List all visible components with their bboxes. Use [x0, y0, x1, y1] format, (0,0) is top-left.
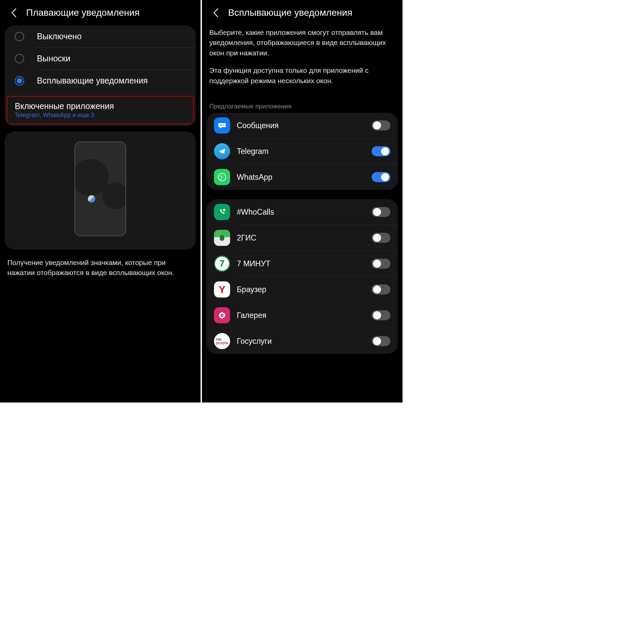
- radio-label: Выноски: [37, 54, 70, 63]
- toggle-2gis[interactable]: [372, 233, 390, 243]
- svg-point-8: [223, 314, 225, 316]
- radio-option-popup[interactable]: Всплывающие уведомления: [5, 70, 196, 92]
- app-row-whatsapp[interactable]: WhatsApp: [207, 164, 398, 190]
- preview-card: [5, 131, 196, 250]
- radio-option-off[interactable]: Выключено: [5, 25, 196, 47]
- app-name: WhatsApp: [237, 173, 365, 182]
- app-name: 2ГИС: [237, 233, 365, 243]
- svg-point-0: [220, 125, 221, 126]
- app-row-browser[interactable]: Y Браузер: [207, 277, 398, 302]
- gosuslugi-icon: госуслуги: [214, 333, 230, 349]
- radio-icon: [15, 54, 24, 63]
- section-suggested: Предлагаемые приложения: [202, 99, 402, 113]
- svg-point-4: [223, 209, 225, 211]
- back-icon: [213, 8, 219, 18]
- toggle-telegram[interactable]: [372, 146, 390, 156]
- app-row-2gis[interactable]: 2ГИС: [207, 225, 398, 251]
- intro-para-2: Эта функция доступна только для приложен…: [209, 65, 395, 86]
- all-apps-card: #WhoCalls 2ГИС 7 7 МИНУТ Y Браузер Галер…: [207, 199, 398, 354]
- screen-floating-notifications: Плавающие уведомления Выключено Выноски …: [0, 0, 201, 402]
- whatsapp-icon: [214, 169, 230, 185]
- toggle-7min[interactable]: [372, 259, 390, 269]
- app-row-whocalls[interactable]: #WhoCalls: [207, 199, 398, 225]
- messages-icon: [214, 117, 230, 133]
- intro-para-1: Выберите, какие приложения смогут отправ…: [209, 28, 395, 58]
- radio-icon: [15, 32, 24, 41]
- back-button[interactable]: [211, 8, 221, 18]
- yandex-icon: Y: [214, 281, 230, 298]
- svg-point-3: [218, 173, 226, 181]
- whocalls-icon: [214, 204, 230, 220]
- enabled-apps-row[interactable]: Включенные приложения Telegram, WhatsApp…: [7, 96, 194, 124]
- app-name: Госуслуги: [237, 337, 365, 346]
- svg-point-12: [223, 316, 225, 318]
- app-name: Сообщения: [237, 121, 365, 130]
- radio-icon-selected: [15, 76, 24, 86]
- app-row-telegram[interactable]: Telegram: [207, 139, 398, 164]
- app-row-gallery[interactable]: Галерея: [207, 303, 398, 328]
- gallery-icon: [214, 307, 230, 323]
- screen-popup-notifications: Всплывающие уведомления Выберите, какие …: [201, 0, 402, 402]
- description-text: Получение уведомлений значками, которые …: [0, 250, 201, 286]
- radio-label: Выключено: [37, 32, 82, 41]
- app-row-gosuslugi[interactable]: госуслуги Госуслуги: [207, 328, 398, 354]
- divider: [5, 94, 196, 94]
- header-left: Плавающие уведомления: [0, 0, 201, 25]
- svg-point-6: [221, 317, 223, 319]
- phone-preview: [74, 142, 126, 236]
- bubble-icon: [88, 195, 95, 203]
- svg-point-5: [221, 312, 223, 314]
- app-name: 7 МИНУТ: [237, 259, 365, 268]
- app-row-messages[interactable]: Сообщения: [207, 113, 398, 138]
- enabled-apps-title: Включенные приложения: [15, 101, 185, 111]
- toggle-browser[interactable]: [372, 284, 390, 294]
- page-title: Всплывающие уведомления: [228, 7, 352, 18]
- app-name: Браузер: [237, 285, 365, 294]
- toggle-gosuslugi[interactable]: [372, 336, 390, 346]
- app-name: Галерея: [237, 311, 365, 320]
- svg-point-2: [223, 125, 224, 126]
- radio-card: Выключено Выноски Всплывающие уведомлени…: [5, 25, 196, 126]
- telegram-icon: [214, 143, 230, 159]
- app-name: Telegram: [237, 147, 365, 156]
- app-name: #WhoCalls: [237, 208, 365, 217]
- app-row-7min[interactable]: 7 7 МИНУТ: [207, 251, 398, 276]
- toggle-whocalls[interactable]: [372, 207, 390, 217]
- header-right: Всплывающие уведомления: [202, 0, 402, 25]
- svg-point-1: [222, 125, 223, 126]
- svg-point-10: [223, 313, 225, 315]
- svg-point-11: [220, 316, 221, 318]
- back-button[interactable]: [9, 8, 19, 18]
- svg-point-7: [219, 314, 221, 316]
- toggle-gallery[interactable]: [372, 310, 390, 320]
- page-title: Плавающие уведомления: [26, 7, 140, 18]
- 7min-icon: 7: [214, 256, 230, 272]
- radio-label: Всплывающие уведомления: [37, 76, 148, 86]
- toggle-messages[interactable]: [372, 120, 390, 130]
- suggested-apps-card: Сообщения Telegram WhatsApp: [207, 113, 398, 190]
- radio-option-callouts[interactable]: Выноски: [5, 48, 196, 69]
- svg-point-9: [220, 313, 221, 315]
- back-icon: [11, 8, 17, 18]
- toggle-whatsapp[interactable]: [372, 172, 390, 182]
- intro-text: Выберите, какие приложения смогут отправ…: [202, 25, 402, 99]
- enabled-apps-subtitle: Telegram, WhatsApp и еще 3: [15, 112, 185, 119]
- svg-point-13: [221, 315, 223, 316]
- 2gis-icon: [214, 230, 230, 246]
